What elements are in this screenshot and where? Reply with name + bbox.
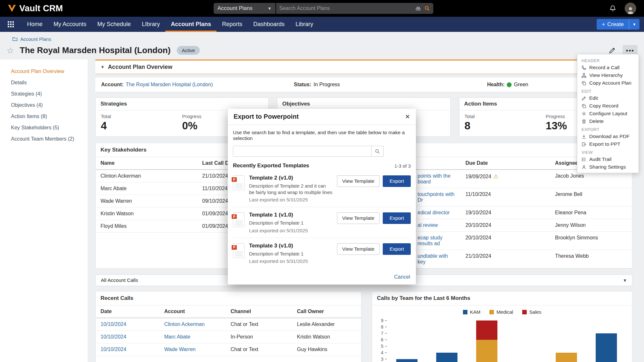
template-name: Template 1 (v1.0) (249, 212, 332, 218)
notifications-bell-icon[interactable] (609, 5, 616, 12)
call-account-link[interactable]: Wade Warren (164, 347, 196, 352)
edit-pencil-icon[interactable] (609, 47, 616, 54)
ppt-file-icon: P (233, 243, 245, 258)
call-date-link[interactable]: 10/10/2024 (101, 347, 126, 352)
view-template-button[interactable]: View Template (337, 175, 380, 187)
menu-item-copy-account-plan[interactable]: Copy Account Plan (577, 79, 639, 87)
create-button-label: Create (607, 21, 624, 28)
menu-item-record-a-call[interactable]: Record a Call (577, 64, 639, 71)
menu-item-label: Record a Call (589, 65, 620, 70)
menu-item-view-hierarchy[interactable]: View Hierarchy (577, 71, 639, 79)
status-value: In Progress (313, 82, 340, 88)
sidebar-item-action-items[interactable]: Action Items (8) (0, 112, 88, 121)
nav-item-dashboards[interactable]: Dashboards (248, 17, 290, 32)
call-channel: Chat or Text (226, 343, 292, 356)
menu-item-delete[interactable]: Delete (577, 117, 639, 125)
stakeholder-name: Kristin Watson (96, 208, 197, 220)
action-item-link[interactable]: al review (418, 222, 438, 228)
export-button[interactable]: Export (383, 175, 411, 187)
nav-item-library-2[interactable]: Library (290, 17, 319, 32)
column-header-channel[interactable]: Channel (226, 305, 292, 318)
menu-section-export: EXPORT (577, 125, 639, 133)
chart-title: Calls by Team for the Last 6 Months (372, 292, 632, 305)
menu-item-configure-layout[interactable]: Configure Layout (577, 110, 639, 117)
view-template-button[interactable]: View Template (337, 243, 380, 255)
export-button[interactable]: Export (383, 243, 411, 255)
overview-section-header[interactable]: ▼ Account Plan Overview (95, 60, 632, 74)
column-header-call-owner[interactable]: Call Owner (292, 305, 361, 318)
total-value: 4 (101, 120, 182, 132)
cancel-button[interactable]: Cancel (394, 274, 410, 280)
action-item-link[interactable]: ecap study results ad (418, 235, 456, 246)
list-icon (582, 157, 586, 162)
column-header-due-date[interactable]: Due Date (461, 157, 550, 170)
bar-1-aug (476, 320, 497, 362)
template-search-input[interactable] (233, 146, 371, 157)
table-row: 10/10/2024 Marc Abate In-Person Kristin … (96, 331, 361, 343)
gear-icon (582, 111, 586, 116)
global-search-input[interactable] (279, 5, 415, 11)
recent-calls-panel: Recent Calls Date Account Channel Call O… (95, 291, 361, 362)
action-item-link[interactable]: points with the board (418, 173, 456, 185)
app-logo: Vault CRM (8, 4, 63, 14)
ppt-logo: P (232, 177, 237, 182)
create-button[interactable]: + Create (597, 19, 629, 30)
call-account-link[interactable]: Marc Abate (164, 334, 190, 339)
assignee: Theresa Webb (550, 250, 632, 268)
call-date-link[interactable]: 10/10/2024 (101, 321, 126, 327)
favorite-star-icon[interactable]: ☆ (6, 46, 14, 55)
call-owner: Kristin Watson (292, 331, 361, 343)
template-search-button[interactable] (371, 146, 384, 157)
bar-segment-medical (556, 353, 577, 362)
menu-item-audit-trail[interactable]: Audit Trail (577, 155, 639, 163)
search-scope-select[interactable]: Account Plans ▼ (214, 3, 275, 14)
call-account-link[interactable]: Clinton Ackerman (164, 321, 205, 327)
account-link[interactable]: The Royal Marsden Hospital (London) (126, 82, 213, 88)
column-header-account[interactable]: Account (159, 305, 226, 318)
nav-item-home[interactable]: Home (22, 17, 48, 32)
nav-item-my-schedule[interactable]: My Schedule (92, 17, 136, 32)
export-button[interactable]: Export (383, 212, 411, 224)
sidebar-item-account-team-members[interactable]: Account Team Members (2) (0, 134, 88, 144)
menu-item-export-to-ppt[interactable]: Export to PPT (577, 140, 639, 148)
menu-item-label: Export to PPT (589, 141, 620, 147)
sidebar-item-details[interactable]: Details (0, 78, 88, 87)
call-date-link[interactable]: 10/10/2024 (101, 334, 126, 339)
action-item-link[interactable]: edical director (418, 210, 450, 216)
nav-item-account-plans[interactable]: Account Plans (165, 17, 216, 32)
chart-legend: KAMMedicalSales (372, 309, 632, 315)
template-row: P Template 2 (v1.0) Description of Templ… (233, 170, 411, 207)
status-badge: Active (177, 46, 200, 55)
stakeholder-name: Wade Warren (96, 195, 197, 208)
sidebar-item-key-stakeholders[interactable]: Key Stakeholders (5) (0, 123, 88, 132)
sidebar-item-objectives[interactable]: Objectives (4) (0, 100, 88, 110)
breadcrumb-link[interactable]: Account Plans (20, 36, 51, 42)
menu-item-copy-record[interactable]: Copy Record (577, 102, 639, 110)
column-header-name[interactable]: Name (96, 157, 197, 170)
ppt-logo: P (232, 245, 237, 250)
nav-item-reports[interactable]: Reports (216, 17, 248, 32)
search-icon[interactable] (424, 5, 430, 11)
template-count: 1-3 of 3 (394, 163, 411, 169)
overview-section-title: Account Plan Overview (108, 64, 172, 70)
action-item-link[interactable]: touchpoints with Dr (418, 191, 456, 203)
sidebar-item-strategies[interactable]: Strategies (4) (0, 89, 88, 98)
create-dropdown-button[interactable]: ▼ (629, 19, 639, 30)
user-avatar[interactable] (625, 3, 636, 14)
nav-item-library-1[interactable]: LIbrary (136, 17, 165, 32)
menu-item-sharing-settings[interactable]: Sharing Settings (577, 163, 639, 171)
action-item-link[interactable]: undtable with key (418, 253, 456, 265)
stakeholder-name: Floyd Miles (96, 220, 197, 233)
menu-item-download-as-pdf[interactable]: Download as PDF (577, 133, 639, 140)
call-owner: Guy Hawkins (292, 343, 361, 356)
column-header-date[interactable]: Date (96, 305, 159, 318)
binoculars-icon[interactable] (415, 5, 421, 11)
menu-item-edit[interactable]: Edit (577, 94, 639, 102)
total-label: Total (465, 114, 546, 119)
close-icon[interactable]: ✕ (405, 113, 410, 120)
sidebar-item-overview[interactable]: Account Plan Overview (0, 67, 88, 76)
app-launcher-grid-icon[interactable] (5, 17, 17, 32)
nav-item-my-accounts[interactable]: My Accounts (48, 17, 92, 32)
view-template-button[interactable]: View Template (337, 212, 380, 224)
collapse-caret-icon: ▼ (101, 65, 105, 70)
